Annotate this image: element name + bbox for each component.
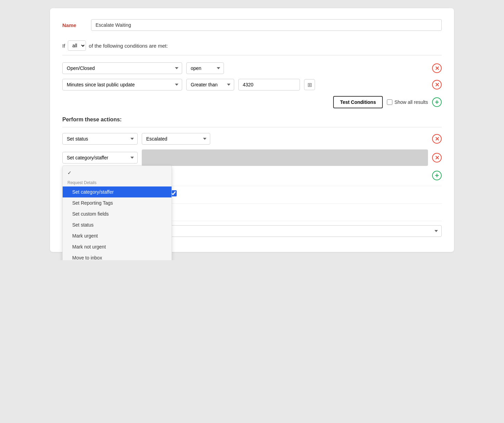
dropdown-item-mark-urgent[interactable]: Mark urgent: [63, 230, 172, 241]
remove-action-1[interactable]: ✕: [432, 134, 442, 144]
dropdown-container: Set category/staffer ✓ Request Details S…: [62, 152, 138, 164]
check-icon: ✓: [67, 170, 72, 176]
condition-row-2: Minutes since last public update Greater…: [62, 79, 442, 90]
condition-field-2[interactable]: Minutes since last public update: [62, 79, 182, 90]
dropdown-item-set-custom-fields[interactable]: Set custom fields: [63, 208, 172, 219]
name-label: Name: [62, 22, 83, 28]
remove-condition-2[interactable]: ✕: [432, 80, 442, 89]
show-all-text: Show all results: [394, 99, 428, 105]
conditions-text: of the following conditions are met:: [89, 43, 168, 49]
action-row-1: Set status Escalated ✕: [62, 133, 442, 145]
dropdown-group-request-details: Request Details: [63, 178, 172, 186]
dropdown-item-set-category-staffer[interactable]: Set category/staffer: [63, 186, 172, 197]
condition-value-2[interactable]: [238, 79, 300, 90]
dropdown-check-item[interactable]: ✓: [63, 168, 172, 178]
action-type-1[interactable]: Set status: [62, 133, 138, 145]
action-gray-bar: [142, 149, 428, 166]
action-row-2: Set category/staffer ✓ Request Details S…: [62, 149, 442, 166]
dropdown-item-mark-not-urgent[interactable]: Mark not urgent: [63, 241, 172, 252]
if-text: If: [62, 43, 65, 49]
add-action-button[interactable]: +: [432, 171, 442, 180]
actions-section-title: Perform these actions:: [62, 117, 442, 128]
condition-field-1[interactable]: Open/Closed: [62, 62, 182, 74]
action-dropdown-menu: ✓ Request Details Set category/staffer S…: [62, 166, 172, 260]
remove-action-2[interactable]: ✕: [432, 153, 442, 162]
test-conditions-button[interactable]: Test Conditions: [333, 96, 383, 108]
show-all-results-label[interactable]: Show all results: [387, 99, 428, 105]
condition-operator-1[interactable]: open: [186, 62, 224, 74]
action-type-2[interactable]: Set category/staffer: [62, 152, 138, 164]
show-all-checkbox[interactable]: [387, 99, 392, 105]
name-input[interactable]: [91, 19, 442, 31]
condition-row-1: Open/Closed open ✕: [62, 62, 442, 74]
dropdown-item-set-status[interactable]: Set status: [63, 219, 172, 230]
dropdown-item-move-to-inbox[interactable]: Move to inbox: [63, 252, 172, 260]
calculator-icon[interactable]: ⊞: [304, 79, 315, 90]
all-select[interactable]: all: [68, 40, 86, 51]
add-condition-button[interactable]: +: [432, 97, 442, 107]
condition-operator-2[interactable]: Greater than: [186, 79, 234, 90]
remove-condition-1[interactable]: ✕: [432, 63, 442, 73]
action-value-1[interactable]: Escalated: [142, 133, 210, 145]
dropdown-item-set-reporting-tags[interactable]: Set Reporting Tags: [63, 197, 172, 208]
